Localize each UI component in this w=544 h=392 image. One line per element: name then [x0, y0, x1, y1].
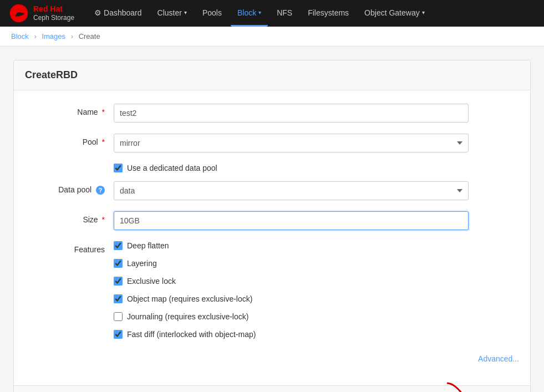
- name-label: Name *: [25, 104, 114, 116]
- size-input[interactable]: [114, 211, 469, 230]
- nav-nfs[interactable]: NFS: [270, 0, 299, 27]
- card-title: CreateRBD: [25, 69, 519, 81]
- brand-company: Red Hat: [33, 4, 74, 14]
- nav-block[interactable]: Block ▾: [231, 0, 268, 27]
- create-rbd-card: CreateRBD Name * Pool *: [13, 60, 531, 392]
- arrow-indicator: [444, 380, 472, 392]
- size-required: *: [102, 215, 105, 224]
- breadcrumb-sep1: ›: [34, 32, 36, 40]
- nav-pools[interactable]: Pools: [196, 0, 228, 27]
- feature-exclusive-lock-row[interactable]: Exclusive lock: [114, 277, 469, 286]
- feature-journaling-checkbox[interactable]: [114, 312, 123, 321]
- brand: Red Hat Ceph Storage: [9, 3, 74, 23]
- dedicated-pool-label[interactable]: Use a dedicated data pool: [127, 164, 217, 172]
- feature-exclusive-lock-checkbox[interactable]: [114, 277, 123, 286]
- size-field-group: Size *: [25, 211, 519, 230]
- feature-layering-row[interactable]: Layering: [114, 259, 469, 268]
- feature-layering-label: Layering: [127, 259, 157, 268]
- breadcrumb-create: Create: [79, 32, 100, 40]
- feature-exclusive-lock-label: Exclusive lock: [127, 277, 176, 286]
- features-label: Features: [25, 241, 114, 254]
- redhat-logo: [9, 3, 29, 23]
- object-gateway-caret-icon: ▾: [422, 9, 425, 16]
- data-pool-help-icon[interactable]: ?: [96, 186, 105, 195]
- feature-fast-diff-label: Fast diff (interlocked with object-map): [127, 330, 256, 339]
- pool-select[interactable]: mirror rbd pool1: [114, 134, 469, 152]
- breadcrumb-block[interactable]: Block: [11, 32, 29, 40]
- nav-cluster[interactable]: Cluster ▾: [151, 0, 194, 27]
- data-pool-label: Data pool ?: [25, 181, 114, 195]
- feature-fast-diff-checkbox[interactable]: [114, 330, 123, 339]
- advanced-row: Advanced...: [25, 354, 519, 363]
- breadcrumb: Block › Images › Create: [0, 27, 544, 47]
- dedicated-pool-checkbox[interactable]: [114, 164, 123, 172]
- navbar: Red Hat Ceph Storage ⚙ Dashboard Cluster…: [0, 0, 544, 27]
- features-wrap: Deep flatten Layering Exclusive lock Obj…: [114, 241, 469, 343]
- main-content: CreateRBD Name * Pool *: [0, 47, 544, 392]
- name-field-group: Name *: [25, 104, 519, 123]
- breadcrumb-sep2: ›: [71, 32, 73, 40]
- features-field-group: Features Deep flatten Layering Exclusive…: [25, 241, 519, 343]
- card-body: Name * Pool * mirror rbd pool1: [14, 90, 530, 385]
- dedicated-pool-wrap: Use a dedicated data pool: [114, 164, 519, 172]
- block-caret-icon: ▾: [258, 9, 261, 16]
- feature-layering-checkbox[interactable]: [114, 259, 123, 268]
- data-pool-field-group: Data pool ? data pool1 pool2: [25, 181, 519, 200]
- feature-journaling-label: Journaling (requires exclusive-lock): [127, 312, 248, 321]
- data-pool-select[interactable]: data pool1 pool2: [114, 181, 469, 200]
- feature-deep-flatten-checkbox[interactable]: [114, 241, 123, 250]
- card-header: CreateRBD: [14, 60, 530, 90]
- nav-filesystems[interactable]: Filesystems: [301, 0, 355, 27]
- nav-items: ⚙ Dashboard Cluster ▾ Pools Block ▾ NFS …: [88, 0, 535, 27]
- form-footer: CreateRBD Cancel: [14, 385, 530, 392]
- feature-object-map-checkbox[interactable]: [114, 294, 123, 303]
- size-label: Size *: [25, 211, 114, 224]
- brand-product: Ceph Storage: [33, 14, 74, 22]
- pool-required: *: [102, 138, 105, 146]
- feature-deep-flatten-row[interactable]: Deep flatten: [114, 241, 469, 250]
- advanced-link[interactable]: Advanced...: [478, 354, 519, 363]
- name-input[interactable]: [114, 104, 469, 123]
- feature-journaling-row[interactable]: Journaling (requires exclusive-lock): [114, 312, 469, 321]
- feature-object-map-label: Object map (requires exclusive-lock): [127, 294, 252, 303]
- pool-label: Pool *: [25, 134, 114, 146]
- nav-object-gateway[interactable]: Object Gateway ▾: [358, 0, 431, 27]
- nav-dashboard[interactable]: ⚙ Dashboard: [88, 0, 149, 27]
- pool-field-group: Pool * mirror rbd pool1: [25, 134, 519, 152]
- name-required: *: [102, 108, 105, 116]
- breadcrumb-images[interactable]: Images: [42, 32, 65, 40]
- feature-fast-diff-row[interactable]: Fast diff (interlocked with object-map): [114, 330, 469, 339]
- feature-deep-flatten-label: Deep flatten: [127, 241, 169, 250]
- nav-dashboard-icon: ⚙: [94, 8, 101, 17]
- feature-object-map-row[interactable]: Object map (requires exclusive-lock): [114, 294, 469, 303]
- cluster-caret-icon: ▾: [184, 9, 187, 16]
